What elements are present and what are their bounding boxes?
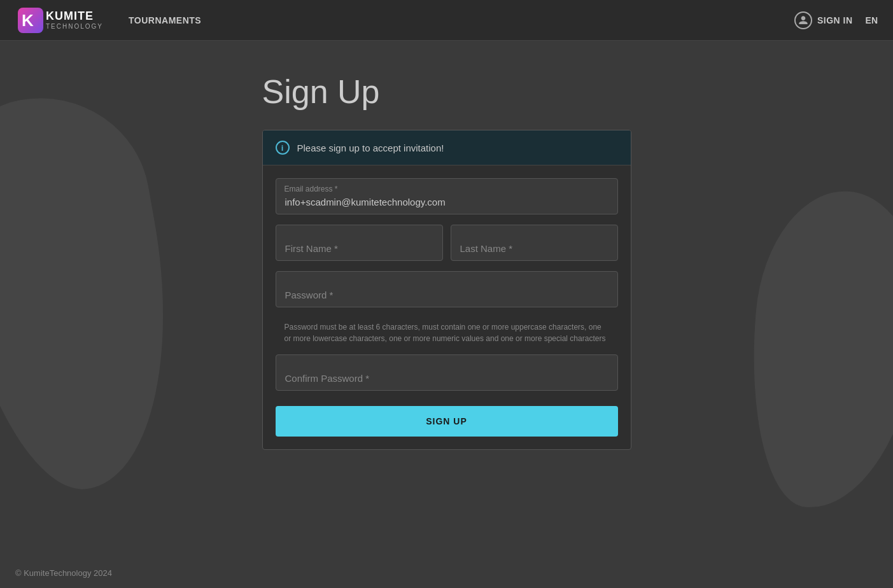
- info-icon: i: [276, 141, 290, 155]
- form-container: i Please sign up to accept invitation! E…: [262, 130, 631, 450]
- language-selector[interactable]: EN: [866, 15, 878, 25]
- person-icon: [798, 15, 808, 25]
- sign-in-label: SIGN IN: [817, 15, 853, 25]
- logo-text: KUMITE TECHNOLOGY: [46, 10, 103, 30]
- form-fields: Email address * Password must be at leas…: [263, 165, 631, 449]
- info-banner: i Please sign up to accept invitation!: [263, 130, 631, 165]
- navbar-left: K KUMITE TECHNOLOGY TOURNAMENTS: [15, 5, 201, 36]
- first-name-input[interactable]: [276, 225, 443, 261]
- logo-icon: K: [15, 5, 46, 36]
- password-input[interactable]: [276, 271, 618, 307]
- logo-kumite: KUMITE: [46, 10, 103, 23]
- nav-tournaments[interactable]: TOURNAMENTS: [129, 15, 201, 25]
- navbar-right: SIGN IN EN: [794, 11, 878, 29]
- last-name-input[interactable]: [451, 225, 618, 261]
- main-content: Sign Up i Please sign up to accept invit…: [0, 41, 893, 450]
- logo-tech: TECHNOLOGY: [46, 23, 103, 30]
- footer-text: © KumiteTechnology 2024: [15, 568, 112, 578]
- sign-in-button[interactable]: SIGN IN: [794, 11, 853, 29]
- first-name-group: [276, 225, 443, 261]
- svg-text:K: K: [22, 11, 34, 30]
- info-message: Please sign up to accept invitation!: [297, 143, 444, 153]
- navbar: K KUMITE TECHNOLOGY TOURNAMENTS SIGN IN …: [0, 0, 893, 41]
- sign-up-button[interactable]: SIGN UP: [276, 406, 618, 437]
- email-input[interactable]: [276, 178, 618, 214]
- password-group: [276, 271, 618, 307]
- confirm-password-input[interactable]: [276, 354, 618, 391]
- page-title: Sign Up: [262, 73, 380, 111]
- logo[interactable]: K KUMITE TECHNOLOGY: [15, 5, 103, 36]
- name-row: [276, 225, 618, 261]
- account-icon: [794, 11, 812, 29]
- last-name-group: [451, 225, 618, 261]
- footer: © KumiteTechnology 2024: [15, 568, 112, 578]
- confirm-password-group: [276, 354, 618, 391]
- password-hint: Password must be at least 6 characters, …: [276, 318, 618, 352]
- email-group: Email address *: [276, 178, 618, 214]
